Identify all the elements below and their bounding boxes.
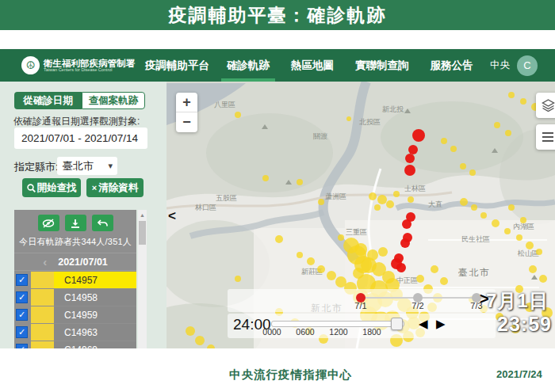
download-button[interactable] — [65, 215, 86, 231]
case-row[interactable]: ✓ C14958 — [14, 289, 136, 306]
region-label[interactable]: 中央 — [490, 59, 510, 72]
trace-dot-yellow[interactable] — [275, 235, 283, 243]
case-id[interactable]: C14958 — [54, 289, 136, 306]
trace-dot-yellow[interactable] — [460, 198, 468, 206]
trace-dot-yellow[interactable] — [297, 179, 303, 185]
date-timeline-bar[interactable]: 7/17/27/3 > — [228, 289, 496, 312]
nav-item-hotzone-map[interactable]: 熱區地圖 — [291, 49, 334, 82]
search-button[interactable]: 開始查找 — [22, 178, 81, 197]
trace-dot-yellow[interactable] — [297, 252, 303, 258]
case-checkbox[interactable]: ✓ — [16, 291, 28, 303]
layers-button[interactable] — [536, 93, 555, 118]
collapse-sidebar-arrow[interactable]: < — [168, 208, 176, 224]
cdc-logo-icon[interactable]: ☮ — [21, 56, 40, 74]
map-canvas[interactable]: 八里區關渡北投區新北投士林區大直內湖區民生社區松山區中正區五股區林口區新莊區蘆洲… — [166, 82, 555, 348]
undo-button[interactable] — [92, 215, 113, 231]
case-row[interactable]: ✓ C14959 — [14, 306, 136, 323]
nav-item-contact-registry[interactable]: 實聯制查詢 — [355, 49, 409, 82]
trace-dot-yellow[interactable] — [539, 275, 547, 283]
trace-dot-yellow[interactable] — [520, 98, 526, 105]
trace-dot-yellow[interactable] — [235, 276, 241, 282]
trace-dot-yellow[interactable] — [354, 256, 372, 273]
trace-dot-yellow[interactable] — [408, 196, 414, 203]
trace-dot-yellow[interactable] — [369, 192, 377, 200]
case-row[interactable]: ✓ C14963 — [14, 324, 136, 341]
trace-dot-yellow[interactable] — [505, 130, 511, 136]
trace-dot-yellow[interactable] — [440, 277, 448, 285]
trace-dot-yellow[interactable] — [516, 234, 522, 241]
trace-dot-red[interactable] — [405, 154, 415, 163]
trace-dot-yellow[interactable] — [327, 271, 336, 280]
trace-dot-yellow[interactable] — [441, 138, 447, 144]
trace-dot-yellow[interactable] — [195, 336, 205, 345]
trace-dot-red[interactable] — [400, 238, 410, 248]
case-id[interactable]: C14969 — [54, 341, 136, 348]
trace-dot-yellow[interactable] — [416, 275, 424, 283]
trace-dot-yellow[interactable] — [504, 228, 511, 234]
case-id[interactable]: C14963 — [54, 324, 136, 341]
trace-dot-yellow[interactable] — [520, 217, 526, 223]
org-name: 衛生福利部疾病管制署 — [44, 59, 135, 68]
trace-dot-yellow[interactable] — [526, 242, 534, 249]
hide-tracks-button[interactable] — [38, 215, 59, 231]
case-id[interactable]: C14959 — [54, 306, 136, 323]
nav-brand[interactable]: 疫調輔助平台 — [145, 49, 209, 82]
trace-dot-yellow[interactable] — [529, 265, 537, 273]
zoom-in-button[interactable]: + — [176, 93, 197, 112]
trace-dot-yellow[interactable] — [386, 200, 394, 208]
trace-dot-red[interactable] — [408, 145, 418, 154]
trace-dot-yellow[interactable] — [536, 249, 542, 255]
nav-item-confirmed-tracks[interactable]: 確診軌跡 — [227, 49, 270, 82]
prev-day-button[interactable]: ‹ — [43, 255, 47, 268]
list-scrollbar[interactable]: ▲ — [138, 210, 147, 348]
nav-item-announcements[interactable]: 服務公告 — [431, 49, 473, 82]
trace-dot-yellow[interactable] — [492, 219, 500, 227]
user-avatar[interactable]: C — [517, 55, 538, 76]
trace-dot-yellow[interactable] — [460, 163, 466, 169]
case-checkbox[interactable]: ✓ — [16, 274, 28, 286]
case-id[interactable]: C14957 — [54, 272, 136, 288]
trace-dot-yellow[interactable] — [346, 116, 351, 121]
county-select[interactable]: 臺北市 ▾ — [57, 157, 117, 175]
trace-dot-yellow[interactable] — [186, 326, 195, 336]
trace-dot-yellow[interactable] — [480, 212, 487, 219]
tab-by-case-track[interactable]: 查個案軌跡 — [82, 92, 145, 109]
trace-dot-yellow[interactable] — [235, 112, 241, 118]
case-row[interactable]: ✓ C14957 — [14, 272, 136, 288]
zoom-out-button[interactable]: − — [176, 112, 197, 132]
trace-dot-yellow[interactable] — [469, 169, 476, 176]
scroll-up-icon[interactable]: ▲ — [138, 210, 147, 218]
trace-dot-yellow[interactable] — [450, 146, 457, 152]
trace-dot-yellow[interactable] — [494, 122, 500, 128]
case-checkbox[interactable]: ✓ — [16, 309, 28, 321]
trace-dot-yellow[interactable] — [508, 204, 515, 211]
trace-dot-yellow[interactable] — [377, 195, 387, 204]
trace-dot-red[interactable] — [412, 129, 425, 142]
trace-dot-yellow[interactable] — [378, 247, 388, 257]
step-forward-button[interactable]: ▶ — [436, 317, 446, 331]
trace-dot-red[interactable] — [402, 219, 411, 229]
step-back-button[interactable]: ◀ — [419, 317, 428, 331]
trace-dot-yellow[interactable] — [374, 204, 381, 211]
scrollbar-thumb[interactable] — [139, 221, 146, 245]
time-slider-track[interactable] — [271, 321, 404, 327]
trace-dot-yellow[interactable] — [338, 234, 344, 241]
time-slider-bar[interactable]: 24:00 0000060012001800 ◀ ▶ — [228, 314, 496, 338]
case-row[interactable]: ✓ C14969 — [14, 341, 136, 348]
clear-button[interactable]: × 清除資料 — [86, 178, 144, 197]
trace-dot-yellow[interactable] — [262, 175, 269, 181]
date-range-input[interactable] — [14, 127, 147, 149]
trace-dot-yellow[interactable] — [317, 265, 325, 273]
case-checkbox[interactable]: ✓ — [16, 326, 28, 338]
trace-dot-red[interactable] — [404, 165, 415, 176]
tab-by-confirm-date[interactable]: 從確診日期 — [14, 92, 82, 109]
trace-dot-yellow[interactable] — [508, 92, 515, 98]
trace-dot-yellow[interactable] — [431, 265, 438, 273]
trace-dot-yellow[interactable] — [393, 191, 400, 197]
trace-dot-red[interactable] — [396, 263, 406, 272]
trace-dot-yellow[interactable] — [318, 199, 324, 205]
time-slider-handle[interactable] — [391, 318, 403, 330]
trace-dot-yellow[interactable] — [307, 257, 315, 265]
legend-button[interactable] — [536, 124, 555, 150]
trace-dot-yellow[interactable] — [471, 204, 477, 211]
